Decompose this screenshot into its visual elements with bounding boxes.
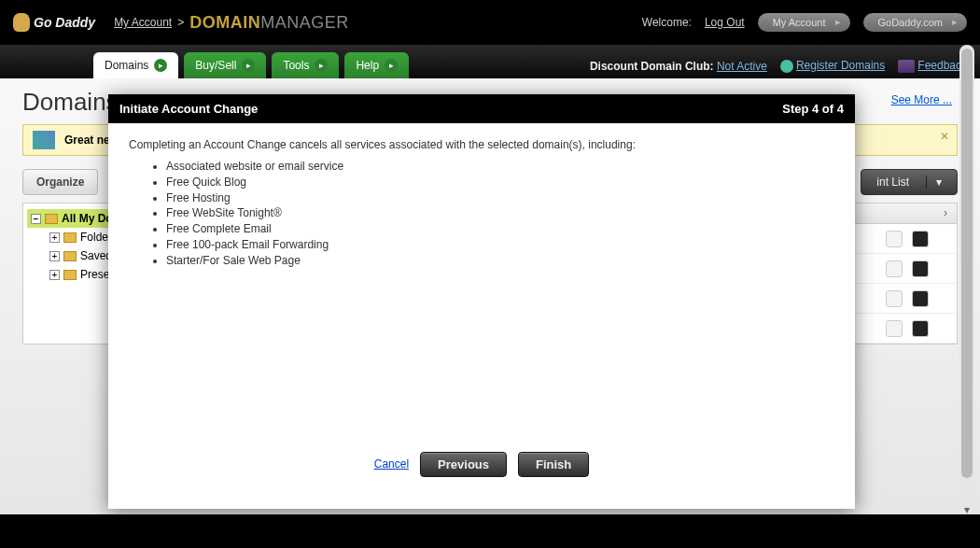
modal-body: Completing an Account Change cancels all… bbox=[108, 123, 855, 509]
previous-button[interactable]: Previous bbox=[420, 452, 507, 477]
modal-step: Step 4 of 4 bbox=[782, 102, 844, 116]
list-item: Free Hosting bbox=[166, 190, 834, 206]
modal-message: Completing an Account Change cancels all… bbox=[129, 138, 834, 151]
modal-footer: Cancel Previous Finish bbox=[129, 437, 834, 496]
account-change-modal: Initiate Account Change Step 4 of 4 Comp… bbox=[108, 94, 855, 509]
list-item: Associated website or email service bbox=[166, 159, 834, 175]
modal-bullet-list: Associated website or email service Free… bbox=[166, 159, 834, 269]
modal-header: Initiate Account Change Step 4 of 4 bbox=[108, 94, 855, 123]
footer-bar bbox=[0, 514, 980, 548]
list-item: Free Complete Email bbox=[166, 221, 834, 237]
list-item: Free Quick Blog bbox=[166, 175, 834, 190]
finish-button[interactable]: Finish bbox=[518, 452, 589, 477]
vertical-scrollbar[interactable]: ▾ bbox=[959, 45, 974, 511]
cancel-link[interactable]: Cancel bbox=[374, 457, 409, 471]
list-item: Free WebSite Tonight® bbox=[166, 205, 834, 221]
list-item: Free 100-pack Email Forwarding bbox=[166, 237, 834, 253]
modal-title: Initiate Account Change bbox=[119, 102, 258, 116]
scrollbar-thumb[interactable] bbox=[961, 49, 973, 478]
list-item: Starter/For Sale Web Page bbox=[166, 253, 834, 269]
